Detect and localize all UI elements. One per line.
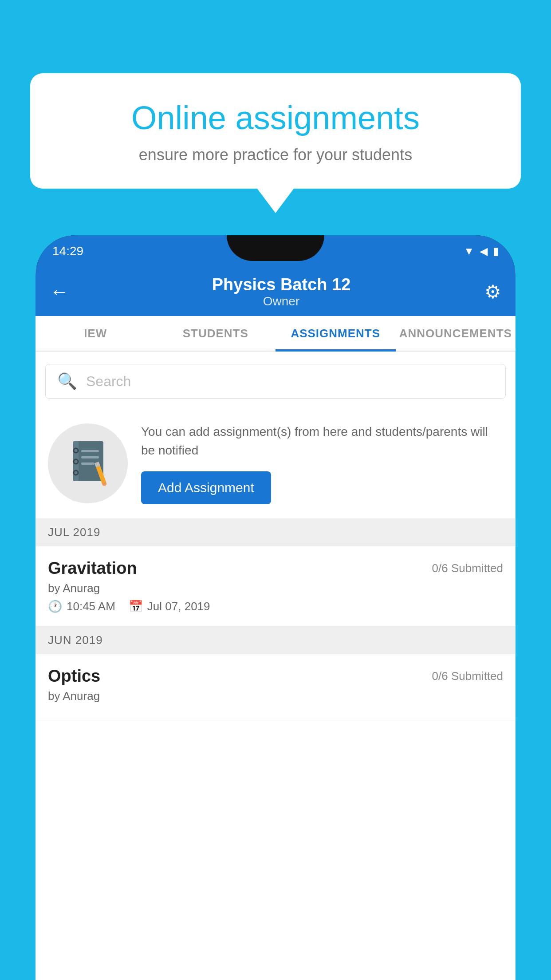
phone-frame: 14:29 ▼ ◀ ▮ ← Physics Batch 12 Owner ⚙ I…	[35, 235, 516, 980]
tab-assignments[interactable]: ASSIGNMENTS	[276, 316, 396, 351]
assignment-top-row-optics: Optics 0/6 Submitted	[48, 667, 503, 686]
status-time: 14:29	[52, 244, 83, 258]
tab-students[interactable]: STUDENTS	[156, 316, 276, 351]
date-value: Jul 07, 2019	[147, 600, 210, 613]
assignment-name-optics: Optics	[48, 667, 100, 686]
assignment-by: by Anurag	[48, 581, 503, 595]
empty-state-description: You can add assignment(s) from here and …	[141, 423, 503, 460]
tab-announcements[interactable]: ANNOUNCEMENTS	[396, 316, 516, 351]
clock-icon: 🕐	[48, 600, 62, 613]
promo-title: Online assignments	[57, 100, 494, 136]
back-button[interactable]: ←	[50, 281, 69, 303]
tab-iew[interactable]: IEW	[35, 316, 156, 351]
toolbar-subtitle: Owner	[78, 294, 484, 308]
assignment-submitted: 0/6 Submitted	[432, 561, 503, 575]
status-bar: 14:29 ▼ ◀ ▮	[35, 235, 516, 267]
app-toolbar: ← Physics Batch 12 Owner ⚙	[35, 267, 516, 316]
signal-icon: ◀	[480, 245, 488, 257]
promo-card: Online assignments ensure more practice …	[30, 73, 521, 189]
assignment-name: Gravitation	[48, 559, 137, 578]
settings-button[interactable]: ⚙	[484, 281, 501, 303]
status-icons: ▼ ◀ ▮	[464, 245, 499, 257]
tabs-bar: IEW STUDENTS ASSIGNMENTS ANNOUNCEMENTS	[35, 316, 516, 352]
calendar-icon: 📅	[129, 600, 143, 613]
section-header-jul: JUL 2019	[35, 518, 516, 546]
meta-date: 📅 Jul 07, 2019	[129, 600, 210, 613]
assignment-meta: 🕐 10:45 AM 📅 Jul 07, 2019	[48, 600, 503, 613]
scrollable-content: 🔍 Search	[35, 352, 516, 980]
assignment-top-row: Gravitation 0/6 Submitted	[48, 559, 503, 578]
toolbar-title: Physics Batch 12	[78, 275, 484, 294]
empty-state-text-block: You can add assignment(s) from here and …	[141, 423, 503, 504]
phone-inner: ← Physics Batch 12 Owner ⚙ IEW STUDENTS …	[35, 267, 516, 980]
promo-subtitle: ensure more practice for your students	[57, 146, 494, 164]
toolbar-title-block: Physics Batch 12 Owner	[78, 275, 484, 308]
svg-rect-2	[81, 450, 99, 452]
section-header-jun: JUN 2019	[35, 626, 516, 654]
assignment-item-gravitation[interactable]: Gravitation 0/6 Submitted by Anurag 🕐 10…	[35, 546, 516, 626]
search-placeholder: Search	[86, 373, 131, 390]
svg-rect-4	[81, 462, 94, 465]
search-bar[interactable]: 🔍 Search	[45, 364, 506, 399]
meta-time: 🕐 10:45 AM	[48, 600, 115, 613]
empty-state: You can add assignment(s) from here and …	[35, 408, 516, 518]
add-assignment-button[interactable]: Add Assignment	[141, 471, 271, 504]
notebook-svg-icon	[68, 439, 108, 487]
battery-icon: ▮	[493, 245, 499, 257]
search-icon: 🔍	[57, 372, 77, 391]
assignment-submitted-optics: 0/6 Submitted	[432, 669, 503, 683]
assignment-item-optics[interactable]: Optics 0/6 Submitted by Anurag	[35, 654, 516, 720]
time-value: 10:45 AM	[67, 600, 115, 613]
assignment-by-optics: by Anurag	[48, 689, 503, 703]
empty-icon-circle	[48, 423, 128, 503]
wifi-icon: ▼	[464, 245, 474, 257]
svg-rect-3	[81, 456, 99, 458]
